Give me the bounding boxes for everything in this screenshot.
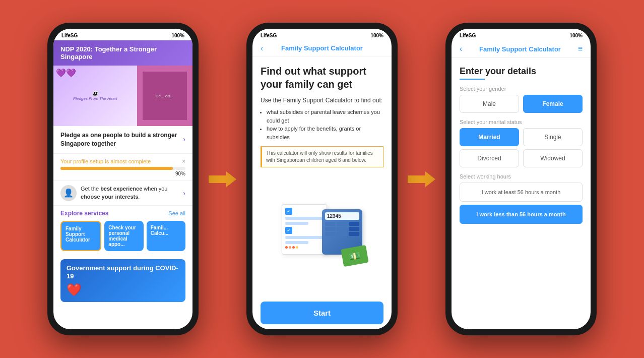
bullet-item-1: what subsidies or parental leave schemes…: [267, 108, 383, 125]
calc-visual: ✓ ✓: [282, 204, 362, 265]
marital-widowed-button[interactable]: Widowed: [523, 149, 583, 167]
phone2-nav: ‹ Family Support Calculator: [252, 40, 392, 56]
calc-btn-4: [325, 227, 336, 231]
hamburger-menu-icon[interactable]: ≡: [578, 44, 583, 53]
start-button[interactable]: Start: [261, 302, 383, 324]
battery-3: 100%: [569, 33, 583, 38]
working-hours-label: Select working hours: [460, 173, 583, 180]
money-bill-icon: 💵: [341, 245, 368, 267]
battery-1: 100%: [171, 33, 184, 38]
progress-label: 90%: [60, 171, 185, 176]
svg-marker-1: [408, 171, 435, 187]
phones-container: LifeSG 100% NDP 2020: Together a Stronge…: [0, 0, 644, 358]
gender-section: Select your gender Male Female: [460, 86, 583, 113]
carrier-1: LifeSG: [61, 33, 78, 38]
gender-button-group: Male Female: [460, 95, 583, 113]
calculator-illustration: ✓ ✓: [261, 172, 383, 296]
calc-display: 12345: [325, 212, 359, 220]
pledge-arrow-icon: ›: [183, 135, 185, 145]
banner-image: 💜💜 👨‍👩‍👧 Pledges From The Heart: [53, 66, 137, 126]
calc-btn-2: [337, 222, 347, 226]
service-card-medical[interactable]: Check your personal medical appo...: [104, 221, 143, 251]
marital-married-button[interactable]: Married: [460, 128, 519, 146]
nav3-left: ‹: [460, 44, 462, 53]
marital-single-button[interactable]: Single: [523, 128, 583, 146]
status-bar-2: LifeSG 100%: [252, 29, 392, 40]
covid-heart-icon: ❤️: [67, 283, 179, 297]
choose-interests[interactable]: 👤 Get the best experience when you choos…: [53, 181, 192, 206]
arrow-2-icon: [408, 170, 435, 188]
phone2-body: Find out what support your family can ge…: [252, 56, 392, 329]
service-card-3[interactable]: Famil... Calcu...: [147, 221, 185, 251]
pledge-strong: Pledge as one people to build a stronger…: [60, 132, 177, 147]
calendar-dots: [285, 246, 324, 249]
enter-details-section: Enter your details: [460, 66, 583, 80]
service-card-fsc[interactable]: Family Support Calculator: [60, 221, 101, 251]
working-hours-group: I work at least 56 hours a month I work …: [460, 183, 583, 224]
arrow-1-icon: [209, 170, 236, 188]
covid-banner[interactable]: Government support during COVID-19 ❤️: [60, 259, 185, 303]
enter-details-title: Enter your details: [460, 66, 583, 77]
calc-paper: ✓ ✓: [282, 204, 327, 255]
status-bar-3: LifeSG 100%: [452, 29, 591, 40]
calc-btn-5: [337, 227, 347, 231]
calc-btn-8: [337, 232, 347, 236]
title-underline: [460, 79, 485, 80]
chevron-right-icon: ›: [183, 189, 185, 197]
explore-section: Explore services See all Family Support …: [53, 206, 192, 255]
marital-row2: Divorced Widowed: [460, 149, 583, 167]
interests-text: Get the best experience when you choose …: [81, 185, 179, 201]
phone-1: LifeSG 100% NDP 2020: Together a Stronge…: [47, 23, 199, 335]
see-all-link[interactable]: See all: [168, 210, 185, 216]
marital-label: Select your marital status: [460, 119, 583, 125]
carrier-3: LifeSG: [460, 33, 476, 38]
carrier-2: LifeSG: [261, 33, 277, 38]
banner-right: Ce... dis...: [137, 66, 192, 126]
marital-divorced-button[interactable]: Divorced: [460, 149, 519, 167]
avatar: 👤: [60, 185, 77, 201]
calc-btn-3: [349, 222, 359, 226]
covid-title: Government support during COVID-19: [67, 264, 179, 281]
service-cards: Family Support Calculator Check your per…: [60, 221, 185, 251]
profile-setup-title: Your profile setup is almost complete: [60, 158, 151, 164]
phone1-header: NDP 2020: Together a Stronger Singapore: [53, 40, 192, 66]
calc-line-4: [285, 241, 308, 244]
calc-btn-1: [325, 222, 336, 226]
pledge-section[interactable]: Pledge as one people to build a stronger…: [53, 126, 192, 154]
phone3-nav: ‹ Family Support Calculator ≡: [452, 40, 591, 58]
phone3-body: Enter your details Select your gender Ma…: [452, 58, 591, 329]
back-icon-2[interactable]: ‹: [261, 44, 263, 53]
fsc-heading: Find out what support your family can ge…: [261, 65, 383, 91]
phone1-banner: 💜💜 👨‍👩‍👧 Pledges From The Heart Ce... di…: [53, 66, 192, 126]
calc-line-2: [285, 222, 308, 225]
hours-less-56-button[interactable]: I work less than 56 hours a month: [460, 205, 583, 224]
bullet-list: what subsidies or parental leave schemes…: [267, 108, 383, 141]
service-label-fsc: Family Support Calculator: [66, 226, 96, 243]
close-icon[interactable]: ×: [182, 158, 185, 165]
phone-2: LifeSG 100% ‹ Family Support Calculator …: [246, 23, 398, 335]
explore-title: Explore services: [60, 210, 108, 217]
bullet-item-2: how to apply for the benefits, grants or…: [267, 125, 383, 141]
hours-56-plus-button[interactable]: I work at least 56 hours a month: [460, 183, 583, 202]
calc-line-1: [285, 217, 324, 220]
calc-btn-7: [325, 232, 336, 236]
back-icon-3[interactable]: ‹: [460, 44, 462, 53]
working-hours-section: Select working hours I work at least 56 …: [460, 173, 583, 224]
progress-bar-bg: [60, 167, 185, 170]
banner-right-content: Ce... dis...: [143, 72, 187, 120]
calc-btn-9: [349, 232, 359, 236]
status-bar-1: LifeSG 100%: [53, 29, 192, 40]
marital-section: Select your marital status Married Singl…: [460, 119, 583, 167]
warning-box: This calculator will only show results f…: [261, 146, 383, 167]
phone-3: LifeSG 100% ‹ Family Support Calculator …: [445, 23, 597, 335]
calc-btn-6: [349, 227, 359, 231]
profile-setup: Your profile setup is almost complete × …: [53, 154, 192, 181]
gender-male-button[interactable]: Male: [460, 95, 519, 113]
arrow-1-wrapper: [209, 170, 236, 188]
battery-2: 100%: [370, 33, 383, 38]
gender-female-button[interactable]: Female: [523, 95, 583, 113]
gender-label: Select your gender: [460, 86, 583, 92]
progress-bar-fill: [60, 167, 173, 170]
hearts-icon: 💜💜: [56, 68, 76, 78]
marital-row1: Married Single: [460, 128, 583, 146]
